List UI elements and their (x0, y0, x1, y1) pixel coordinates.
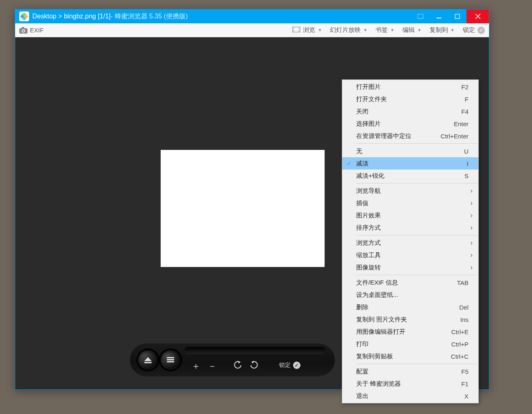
menu-item-shortcut: F1 (461, 380, 468, 387)
browse-menu[interactable]: 浏览 ▼ (292, 26, 322, 34)
menu-item-shortcut: Ctrl+P (451, 341, 468, 348)
chevron-right-icon (468, 239, 473, 247)
menu-item-shortcut: I (467, 160, 468, 167)
svg-rect-7 (437, 18, 441, 18)
menu-item-shortcut: Del (459, 304, 468, 311)
context-menu-item[interactable]: 复制到 照片文件夹Ins (342, 313, 478, 326)
context-menu-item[interactable]: 减淡I (342, 157, 478, 170)
context-menu-item[interactable]: 用图像编辑器打开Ctrl+E (342, 326, 478, 338)
menu-item-label: 图片效果 (356, 212, 468, 219)
menu-item-label: 打开图片 (356, 83, 456, 91)
slideshow-menu[interactable]: 幻灯片放映 ▼ (330, 26, 367, 34)
chevron-right-icon (468, 187, 473, 195)
menu-item-label: 插值 (356, 199, 468, 207)
window-title-suffix: - 蜂蜜浏览器 5.35 (便携版) (111, 12, 188, 21)
context-menu-item[interactable]: 打印Ctrl+P (342, 338, 478, 350)
context-menu-item[interactable]: 删除Del (342, 301, 478, 313)
bookmark-menu[interactable]: 书签 ▼ (375, 26, 394, 34)
menu-item-label: 用图像编辑器打开 (356, 328, 446, 336)
menu-item-shortcut: F (465, 96, 468, 103)
menu-separator (356, 275, 478, 275)
context-menu-item[interactable]: 排序方式 (342, 222, 478, 234)
svg-marker-16 (238, 361, 241, 364)
menu-item-label: 在资源管理器中定位 (356, 132, 436, 140)
exif-label: EXIF (30, 27, 43, 34)
context-menu-item[interactable]: 退出X (342, 390, 478, 402)
chevron-right-icon (468, 199, 473, 207)
context-menu-item[interactable]: 关于 蜂蜜浏览器F1 (342, 378, 478, 390)
zoom-out-button[interactable]: － (208, 360, 217, 372)
menu-item-label: 配置 (356, 368, 456, 376)
context-menu-item[interactable]: 打开图片F2 (342, 81, 478, 93)
menu-item-label: 减淡+锐化 (356, 172, 459, 180)
check-circle-icon: ✓ (477, 27, 485, 34)
lock-toggle[interactable]: 锁定 ✓ (463, 26, 485, 34)
menu-item-shortcut: F4 (461, 108, 468, 115)
context-menu-item[interactable]: 打开文件夹F (342, 93, 478, 105)
context-menu-item[interactable]: 图片效果 (342, 209, 478, 222)
context-menu-item[interactable]: 在资源管理器中定位Ctrl+Enter (342, 130, 478, 142)
chevron-right-icon (468, 264, 473, 271)
chevron-down-icon: ▼ (318, 28, 322, 32)
titlebar[interactable]: Desktop > bingbz.png [1/1] - 蜂蜜浏览器 5.35 … (15, 9, 489, 23)
menu-item-label: 选择图片 (356, 120, 449, 128)
redo-button[interactable] (250, 360, 259, 369)
menu-item-shortcut: Ctrl+C (451, 353, 468, 360)
edit-menu[interactable]: 编辑 ▼ (402, 26, 421, 34)
menu-item-label: 浏览方式 (356, 239, 468, 247)
context-menu-item[interactable]: 设为桌面壁纸... (342, 289, 478, 301)
chevron-down-icon: ▼ (417, 28, 421, 32)
menu-item-shortcut: TAB (457, 279, 468, 286)
menu-item-shortcut: U (464, 148, 468, 155)
menu-item-label: 复制到剪贴板 (356, 353, 446, 360)
context-menu-item[interactable]: 关闭F4 (342, 105, 478, 118)
menu-item-label: 浏览导航 (356, 187, 468, 195)
window-title-prefix: Desktop > bingbz.png [1/1] (32, 13, 111, 20)
undo-button[interactable] (233, 360, 242, 369)
copyto-label: 复制到 (430, 26, 448, 34)
menu-item-label: 关闭 (356, 108, 456, 115)
chevron-right-icon (468, 251, 473, 259)
app-logo-icon (19, 11, 29, 21)
context-menu-item[interactable]: 浏览方式 (342, 237, 478, 249)
toolbar: EXIF 浏览 ▼ 幻灯片放映 ▼ 书签 ▼ (15, 23, 489, 37)
context-menu-item[interactable]: 配置F5 (342, 365, 478, 378)
svg-rect-8 (455, 14, 459, 19)
menu-item-shortcut: F5 (461, 368, 468, 375)
camera-icon[interactable] (19, 27, 27, 34)
menu-item-label: 文件/EXIF 信息 (356, 279, 452, 287)
menu-item-shortcut: Ctrl+Enter (441, 133, 468, 140)
menu-item-label: 缩放工具 (356, 251, 468, 259)
check-icon (342, 160, 356, 167)
svg-point-14 (23, 30, 24, 32)
context-menu-item[interactable]: 图像旋转 (342, 261, 478, 274)
menu-item-shortcut: Ins (460, 316, 468, 323)
context-menu-item[interactable]: 复制到剪贴板Ctrl+C (342, 350, 478, 362)
eject-button[interactable] (138, 350, 158, 370)
exif-button[interactable]: EXIF (30, 27, 43, 34)
context-menu-item[interactable]: 文件/EXIF 信息TAB (342, 276, 478, 289)
fullscreen-button[interactable] (411, 9, 430, 23)
close-button[interactable] (466, 9, 489, 23)
svg-rect-12 (22, 27, 24, 29)
context-menu-item[interactable]: 选择图片Enter (342, 118, 478, 130)
context-menu-item[interactable]: 减淡+锐化S (342, 170, 478, 182)
fit-icon (292, 27, 300, 34)
context-menu-item[interactable]: 浏览导航 (342, 185, 478, 197)
edit-label: 编辑 (402, 26, 415, 34)
maximize-button[interactable] (448, 9, 466, 23)
menu-separator (356, 143, 478, 144)
menu-item-label: 退出 (356, 392, 459, 400)
menu-item-shortcut: F2 (461, 84, 468, 90)
bottom-lock-toggle[interactable]: 锁定 ✓ (279, 362, 300, 369)
context-menu-item[interactable]: 缩放工具 (342, 249, 478, 261)
menu-button[interactable] (161, 350, 180, 370)
copyto-menu[interactable]: 复制到 ▼ (430, 26, 455, 34)
minimize-button[interactable] (430, 9, 448, 23)
progress-track[interactable] (184, 347, 325, 354)
context-menu-item[interactable]: 插值 (342, 197, 478, 209)
context-menu-item[interactable]: 无U (342, 145, 478, 157)
svg-rect-6 (418, 14, 423, 19)
zoom-in-button[interactable]: ＋ (191, 360, 200, 372)
image-canvas[interactable] (161, 150, 325, 267)
